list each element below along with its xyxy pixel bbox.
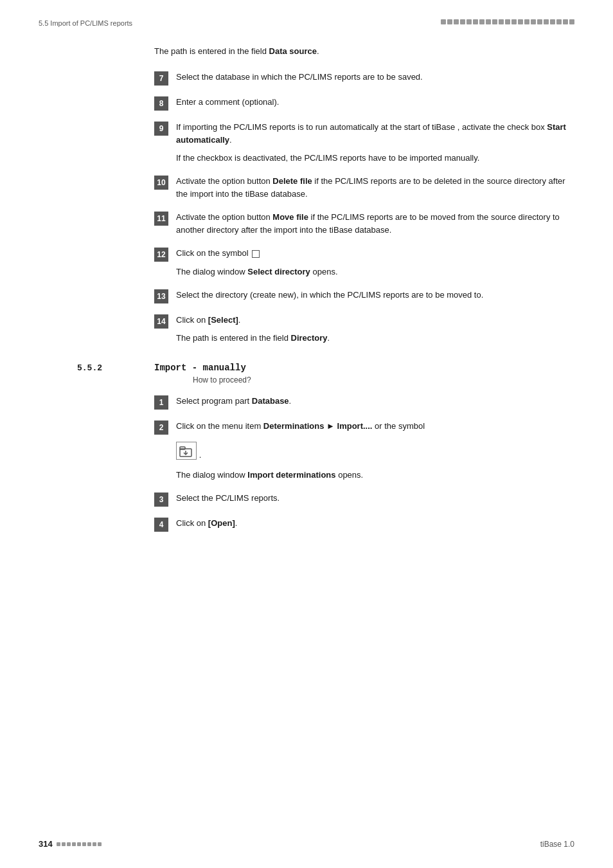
- step-552-2-sub-after: opens.: [336, 470, 364, 480]
- header-dot: [447, 19, 452, 24]
- step-9: 9 If importing the PC/LIMS reports is to…: [154, 121, 574, 165]
- svg-rect-1: [180, 447, 185, 449]
- step-12-sub-after: opens.: [310, 267, 338, 276]
- step-552-2-main: Click on the menu item Determinations ► …: [176, 420, 574, 433]
- header-dot: [524, 19, 529, 24]
- footer-dot: [87, 842, 91, 846]
- symbol-icon: [252, 250, 260, 258]
- footer-dot: [98, 842, 102, 846]
- intro-text-before: The path is entered in the field: [154, 46, 269, 56]
- step-12-sub-bold: Select directory: [247, 267, 310, 276]
- header-dot: [466, 19, 472, 24]
- step-552-1: 1 Select program part Database.: [154, 395, 574, 410]
- header-decoration: [441, 19, 574, 24]
- step-14-sub-after: .: [328, 333, 330, 343]
- footer-dot: [93, 842, 96, 846]
- step-552-2: 2 Click on the menu item Determinations …: [154, 420, 574, 482]
- page-header: 5.5 Import of PC/LIMS reports: [39, 19, 574, 32]
- step-13-text: Select the directory (create new), in wh…: [176, 290, 483, 300]
- header-dot: [518, 19, 523, 24]
- step-content-552-3: Select the PC/LIMS reports.: [176, 492, 574, 505]
- header-dot: [454, 19, 459, 24]
- header-dot: [441, 19, 446, 24]
- page: 5.5 Import of PC/LIMS reports The path i…: [0, 0, 613, 868]
- header-dot: [556, 19, 562, 24]
- header-dot: [505, 19, 510, 24]
- step-552-1-before: Select program part: [176, 396, 252, 406]
- step-552-2-period: .: [199, 450, 202, 460]
- step-number-552-4: 4: [154, 518, 168, 532]
- header-dot: [531, 19, 536, 24]
- header-dot: [550, 19, 555, 24]
- header-dot: [499, 19, 504, 24]
- step-552-2-sub-bold: Import determinations: [247, 470, 335, 480]
- header-dot: [544, 19, 549, 24]
- step-number-13: 13: [154, 289, 168, 303]
- step-14-main: Click on [Select].: [176, 314, 574, 327]
- header-dot: [460, 19, 465, 24]
- step-number-9: 9: [154, 122, 168, 136]
- import-icon-svg: [179, 444, 194, 458]
- step-content-12: Click on the symbol The dialog window Se…: [176, 247, 574, 278]
- step-content-13: Select the directory (create new), in wh…: [176, 289, 574, 302]
- step-content-8: Enter a comment (optional).: [176, 96, 574, 109]
- step-7: 7 Select the database in which the PC/LI…: [154, 71, 574, 86]
- step-12: 12 Click on the symbol The dialog window…: [154, 247, 574, 278]
- step-552-4-after: .: [235, 518, 238, 528]
- step-8-text: Enter a comment (optional).: [176, 97, 279, 107]
- step-11-bold: Move file: [272, 212, 308, 222]
- step-552-2-sub: The dialog window Import determinations …: [176, 469, 574, 482]
- step-14-text-after: .: [238, 315, 241, 325]
- footer-dot: [82, 842, 86, 846]
- step-14-sub-bold: Directory: [291, 333, 328, 343]
- main-content: The path is entered in the field Data so…: [154, 45, 574, 345]
- step-number-7: 7: [154, 71, 168, 86]
- footer-dot: [72, 842, 76, 846]
- header-dots: [441, 19, 574, 24]
- header-dot: [486, 19, 491, 24]
- step-12-main: Click on the symbol: [176, 247, 574, 260]
- intro-text-bold: Data source: [269, 46, 317, 56]
- intro-paragraph: The path is entered in the field Data so…: [154, 45, 574, 58]
- page-footer: 314 tiBase 1.0: [39, 839, 574, 849]
- step-552-3-text: Select the PC/LIMS reports.: [176, 493, 280, 503]
- step-10: 10 Activate the option button Delete fil…: [154, 175, 574, 201]
- step-552-2-bold: Determinations ► Import....: [263, 421, 373, 431]
- step-9-sub: If the checkbox is deactivated, the PC/L…: [176, 152, 574, 165]
- step-11: 11 Activate the option button Move file …: [154, 211, 574, 237]
- page-number-text: 314: [39, 839, 53, 849]
- step-11-text-before: Activate the option button: [176, 212, 272, 222]
- step-552-1-bold: Database: [252, 396, 289, 406]
- step-number-10: 10: [154, 176, 168, 190]
- header-dot: [511, 19, 517, 24]
- step-14-bold: [Select]: [208, 315, 238, 325]
- header-dot: [492, 19, 497, 24]
- step-number-552-2: 2: [154, 420, 168, 435]
- footer-dot: [57, 842, 60, 846]
- step-14-text-before: Click on: [176, 315, 208, 325]
- section-552-content: 1 Select program part Database. 2 Click …: [154, 395, 574, 532]
- intro-text-after: .: [317, 46, 319, 56]
- footer-dots: [57, 842, 102, 846]
- footer-page-number: 314: [39, 839, 102, 849]
- step-12-text-before: Click on the symbol: [176, 248, 251, 258]
- section-552-heading: 5.5.2 Import - manually: [39, 363, 574, 373]
- section-552-title: Import - manually: [154, 363, 246, 373]
- step-number-8: 8: [154, 96, 168, 111]
- step-552-4-bold: [Open]: [208, 518, 235, 528]
- step-14-sub-before: The path is entered in the field: [176, 333, 291, 343]
- step-content-552-1: Select program part Database.: [176, 395, 574, 408]
- footer-dot: [67, 842, 71, 846]
- step-number-14: 14: [154, 314, 168, 329]
- step-content-9: If importing the PC/LIMS reports is to r…: [176, 121, 574, 165]
- step-552-4: 4 Click on [Open].: [154, 517, 574, 532]
- step-14-sub: The path is entered in the field Directo…: [176, 332, 574, 345]
- section-552-subtitle: How to proceed?: [193, 375, 574, 384]
- section-552-number: 5.5.2: [77, 363, 141, 373]
- step-14: 14 Click on [Select]. The path is entere…: [154, 314, 574, 345]
- step-9-main: If importing the PC/LIMS reports is to r…: [176, 121, 574, 147]
- header-dot: [537, 19, 542, 24]
- import-icon: [176, 442, 197, 460]
- footer-dot: [77, 842, 81, 846]
- step-9-text-after: .: [229, 135, 232, 145]
